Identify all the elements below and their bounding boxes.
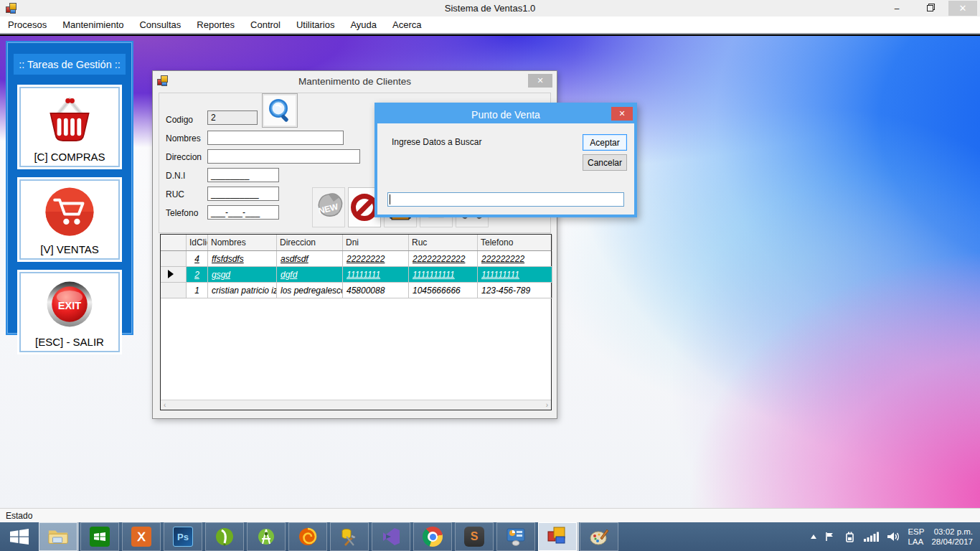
scroll-right-icon[interactable]: › xyxy=(546,401,548,409)
telefono-mask: ___-___-___ xyxy=(211,207,260,217)
aceptar-button[interactable]: Aceptar xyxy=(583,134,627,151)
search-icon xyxy=(265,96,294,125)
taskbar-paint[interactable] xyxy=(580,522,618,551)
cell-idcliente[interactable]: 2 xyxy=(187,267,208,283)
grid-header-telefono[interactable]: Telefono xyxy=(478,235,552,250)
menu-utilitarios[interactable]: Utilitarios xyxy=(288,17,342,33)
search-button[interactable] xyxy=(262,93,298,128)
start-button[interactable] xyxy=(0,522,39,551)
menu-bar: Procesos Mantenimiento Consultas Reporte… xyxy=(0,17,980,34)
table-row[interactable]: 4 ffsfdsdfs asdfsdf 22222222 22222222222… xyxy=(161,251,551,267)
minimize-button[interactable]: – xyxy=(882,1,911,16)
ruc-input[interactable]: __________ xyxy=(207,187,279,201)
table-row[interactable]: 1 cristian patricio iz... los pedregales… xyxy=(161,283,551,298)
taskbar-photoshop[interactable]: Ps xyxy=(164,522,202,551)
dialog-title: Punto de Venta xyxy=(471,109,540,121)
close-button[interactable]: ✕ xyxy=(948,1,977,16)
taskbar-chrome[interactable] xyxy=(413,522,452,551)
restore-button[interactable] xyxy=(915,1,944,16)
title-bar: Sistema de Ventas1.0 – ✕ xyxy=(0,0,980,17)
cell-dni[interactable]: 11111111 xyxy=(343,267,409,283)
cell-ruc[interactable]: 1111111111 xyxy=(409,267,478,283)
sidebar-item-compras[interactable]: [C] COMPRAS xyxy=(19,87,120,167)
table-row-selected[interactable]: 2 gsgd dgfd 11111111 1111111111 11111111… xyxy=(161,267,551,283)
menu-procesos[interactable]: Procesos xyxy=(0,17,55,33)
taskbar-coreldraw[interactable] xyxy=(205,522,244,551)
new-button[interactable]: NEW xyxy=(312,187,345,227)
taskbar-database-tools[interactable] xyxy=(330,522,369,551)
menu-consultas[interactable]: Consultas xyxy=(131,17,189,33)
taskbar: ꓫ Ps xyxy=(0,522,980,551)
dni-input[interactable]: ________ xyxy=(207,168,279,182)
row-selector-current[interactable] xyxy=(161,267,187,283)
taskbar-windows-store[interactable] xyxy=(80,522,119,551)
cell-nombres[interactable]: cristian patricio iz... xyxy=(208,283,277,298)
cell-telefono[interactable]: 111111111 xyxy=(478,267,552,283)
hidden-icons-arrow-icon[interactable] xyxy=(810,534,817,540)
menu-acerca[interactable]: Acerca xyxy=(385,17,429,33)
menu-control[interactable]: Control xyxy=(242,17,288,33)
taskbar-sublime-text[interactable]: S xyxy=(455,522,494,551)
cell-direccion[interactable]: dgfd xyxy=(277,267,343,283)
dialog-close-button[interactable]: ✕ xyxy=(611,107,633,121)
codigo-label: Codigo xyxy=(166,115,193,125)
grid-header-nombres[interactable]: Nombres xyxy=(208,235,277,250)
menu-reportes[interactable]: Reportes xyxy=(189,17,242,33)
codigo-input[interactable]: 2 xyxy=(207,110,258,125)
taskbar-file-explorer[interactable] xyxy=(39,522,77,551)
taskbar-control-panel[interactable] xyxy=(496,522,535,551)
taskbar-visual-studio[interactable] xyxy=(372,522,410,551)
new-badge-icon: NEW xyxy=(314,192,344,223)
grid-header-idcliente[interactable]: IdCliente xyxy=(187,235,208,250)
taskbar-xampp[interactable]: ꓫ xyxy=(122,522,161,551)
cell-idcliente[interactable]: 4 xyxy=(187,251,208,267)
menu-ayuda[interactable]: Ayuda xyxy=(342,17,385,33)
taskbar-android-studio[interactable] xyxy=(247,522,286,551)
power-battery-icon[interactable] xyxy=(843,531,856,542)
ventas-label: [V] VENTAS xyxy=(40,242,98,257)
taskbar-sistema-ventas-app[interactable] xyxy=(538,522,577,551)
cancelar-button[interactable]: Cancelar xyxy=(583,154,627,171)
dialog-prompt: Ingrese Datos a Buscar xyxy=(392,137,481,147)
direccion-input[interactable] xyxy=(207,149,360,164)
cell-dni[interactable]: 22222222 xyxy=(343,251,409,267)
grid-header-ruc[interactable]: Ruc xyxy=(409,235,478,250)
volume-icon[interactable] xyxy=(886,531,900,542)
scroll-left-icon[interactable]: ‹ xyxy=(164,401,166,409)
window-title: Sistema de Ventas1.0 xyxy=(0,3,980,14)
cell-telefono[interactable]: 123-456-789 xyxy=(478,283,552,298)
telefono-input[interactable]: ___-___-___ xyxy=(207,205,279,220)
nombres-input[interactable] xyxy=(207,131,344,145)
android-studio-icon xyxy=(256,527,276,547)
grid-header-dni[interactable]: Dni xyxy=(343,235,409,250)
row-selector[interactable] xyxy=(161,251,187,267)
row-selector[interactable] xyxy=(161,283,187,298)
grid-horizontal-scrollbar[interactable]: ‹ › xyxy=(161,400,551,410)
database-tools-icon xyxy=(339,527,359,547)
cell-direccion[interactable]: los pedregalescc xyxy=(277,283,343,298)
windows-start-icon xyxy=(9,527,30,546)
grid-header-selector xyxy=(161,235,187,250)
cell-dni[interactable]: 45800088 xyxy=(343,283,409,298)
taskbar-firefox[interactable] xyxy=(288,522,327,551)
cell-ruc[interactable]: 1045666666 xyxy=(409,283,478,298)
punto-de-venta-dialog: Punto de Venta ✕ Ingrese Datos a Buscar … xyxy=(374,103,637,217)
cell-ruc[interactable]: 22222222222 xyxy=(409,251,478,267)
clientes-close-button[interactable]: ✕ xyxy=(528,74,552,88)
grid-header-direccion[interactable]: Direccion xyxy=(277,235,343,250)
sidebar-item-salir[interactable]: EXIT [ESC] - SALIR xyxy=(19,272,120,352)
cell-direccion[interactable]: asdfsdf xyxy=(277,251,343,267)
dialog-search-input[interactable] xyxy=(387,192,624,207)
grid-empty-area xyxy=(161,298,551,400)
cell-nombres[interactable]: ffsfdsdfs xyxy=(208,251,277,267)
cell-nombres[interactable]: gsgd xyxy=(208,267,277,283)
mdi-client-area: :: Tareas de Gestión :: [C] COMPRAS xyxy=(0,36,980,508)
menu-mantenimiento[interactable]: Mantenimiento xyxy=(55,17,131,33)
cell-idcliente[interactable]: 1 xyxy=(187,283,208,298)
sidebar-item-ventas[interactable]: [V] VENTAS xyxy=(19,179,120,260)
language-indicator[interactable]: ESP LAA xyxy=(908,527,924,547)
network-signal-icon[interactable] xyxy=(863,531,879,542)
action-center-flag-icon[interactable] xyxy=(824,531,836,542)
cell-telefono[interactable]: 222222222 xyxy=(478,251,552,267)
clock[interactable]: 03:02 p.m. 28/04/2017 xyxy=(931,527,973,547)
